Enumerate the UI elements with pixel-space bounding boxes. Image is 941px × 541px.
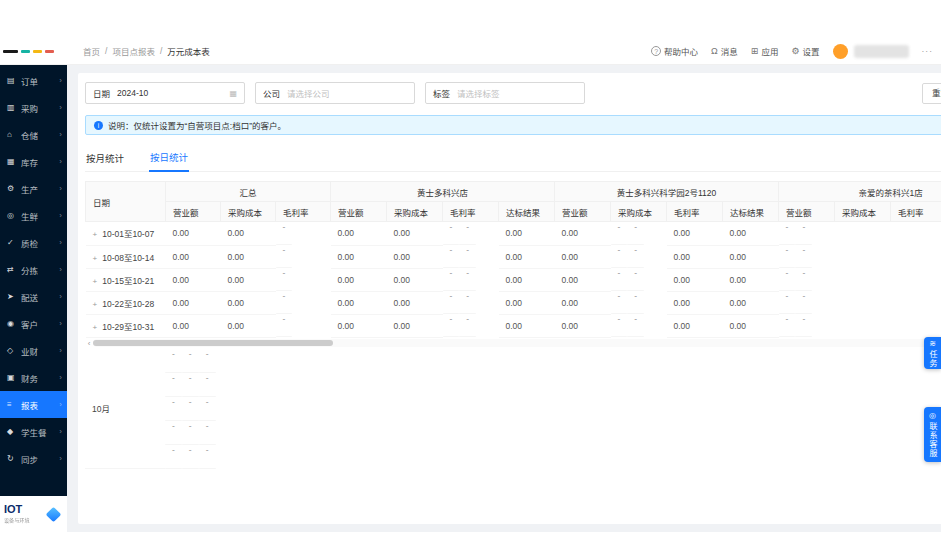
brand-dash-icon xyxy=(3,50,18,53)
expand-icon[interactable]: + xyxy=(93,277,98,286)
chevron-right-icon: › xyxy=(59,292,62,301)
company-select[interactable]: 公司 请选择公司 xyxy=(255,82,415,104)
date-cell: +10-22至10-28 xyxy=(86,291,166,314)
sidebar-item-label: 采购 xyxy=(21,102,55,114)
footer-value-cell: - xyxy=(165,349,182,373)
month-total-row: 10月--------------- xyxy=(85,349,941,469)
sidebar-item-label: 配送 xyxy=(21,291,55,303)
scroll-left-icon[interactable]: ‹ xyxy=(85,339,93,348)
value-cell: 0.00 xyxy=(387,314,443,337)
sidebar-logo: IOT 设备与环境 xyxy=(0,496,67,532)
value-cell: 0.00 xyxy=(221,314,276,337)
sidebar-item-4[interactable]: ▦ 库存 › xyxy=(0,148,67,175)
footer-value-cell: - xyxy=(199,445,216,469)
settings-link[interactable]: ⚙ 设置 xyxy=(791,45,819,57)
sidebar-item-14[interactable]: ◆ 学生餐 › xyxy=(0,418,67,445)
column-header: 营业额 xyxy=(331,202,387,222)
date-picker[interactable]: 日期 2024-10 ▦ xyxy=(85,82,245,104)
sidebar-item-6[interactable]: ◎ 生鲜 › xyxy=(0,202,67,229)
value-cell: - xyxy=(779,222,796,245)
value-cell: - xyxy=(459,245,476,268)
expand-icon[interactable]: + xyxy=(93,254,98,263)
sidebar-item-icon: ◎ xyxy=(7,211,17,220)
avatar[interactable] xyxy=(833,44,848,59)
value-cell: - xyxy=(795,291,812,314)
tag-label: 标签 xyxy=(433,87,450,99)
breadcrumb-home[interactable]: 首页 xyxy=(83,45,100,57)
sidebar-item-2[interactable]: ▥ 采购 › xyxy=(0,94,67,121)
expand-icon[interactable]: + xyxy=(93,300,98,309)
value-cell: - xyxy=(795,268,812,291)
date-range: 10-15至10-21 xyxy=(102,276,154,286)
filter-bar: 日期 2024-10 ▦ 公司 请选择公司 标签 请选择标签 xyxy=(85,82,941,104)
value-cell: 0.00 xyxy=(387,222,443,246)
expand-icon[interactable]: + xyxy=(93,230,98,239)
expand-icon[interactable]: + xyxy=(93,323,98,332)
value-cell: - xyxy=(627,268,644,291)
sidebar-item-1[interactable]: ▤ 订单 › xyxy=(0,67,67,94)
value-cell: 0.00 xyxy=(166,314,221,337)
apps-grid-icon: ⊞ xyxy=(751,46,759,56)
brand-strip xyxy=(0,50,67,53)
value-cell: - xyxy=(779,291,796,314)
value-cell: - xyxy=(611,268,628,291)
breadcrumb-parent[interactable]: 项目点报表 xyxy=(112,45,155,57)
sidebar-item-11[interactable]: ◇ 业财 › xyxy=(0,337,67,364)
value-cell: - xyxy=(443,314,460,337)
group-header-3: 黄士多科兴科学园2号1120 xyxy=(555,182,779,202)
date-value: 2024-10 xyxy=(117,88,222,98)
value-cell: 0.00 xyxy=(221,291,276,314)
value-cell: 0.00 xyxy=(723,222,779,246)
sidebar-item-label: 订单 xyxy=(21,75,55,87)
column-header: 采购成本 xyxy=(387,202,443,222)
tab-daily-stats[interactable]: 按日统计 xyxy=(149,146,189,172)
more-icon[interactable]: ··· xyxy=(922,46,934,56)
footer-value-cell: - xyxy=(182,397,199,421)
sidebar-item-9[interactable]: ➤ 配送 › xyxy=(0,283,67,310)
tasks-float-button[interactable]: ≋ 任务 xyxy=(924,337,941,369)
table-row: +10-29至10-310.000.00-0.000.00--0.000.00-… xyxy=(86,314,941,337)
apps-link[interactable]: ⊞ 应用 xyxy=(751,45,779,57)
sidebar-item-icon: ◇ xyxy=(7,346,17,355)
value-cell: 0.00 xyxy=(166,268,221,291)
topbar: 首页 / 项目点报表 / 万元成本表 ? 帮助中心 Ω 消息 ⊞ 应用 xyxy=(0,38,941,65)
tab-monthly-stats[interactable]: 按月统计 xyxy=(85,147,125,171)
sidebar-item-8[interactable]: ⇄ 分拣 › xyxy=(0,256,67,283)
chevron-right-icon: › xyxy=(59,157,62,166)
gear-icon: ⚙ xyxy=(791,46,799,56)
sidebar-item-icon: ▣ xyxy=(7,373,17,382)
value-cell: - xyxy=(627,245,644,268)
value-cell: 0.00 xyxy=(387,245,443,268)
column-header: 达标结果 xyxy=(499,202,555,222)
help-center-link[interactable]: ? 帮助中心 xyxy=(651,45,698,57)
group-header-4: 亲爱的茶科兴1店 xyxy=(779,182,941,202)
date-range: 10-29至10-31 xyxy=(102,322,154,332)
tag-select[interactable]: 标签 请选择标签 xyxy=(425,82,585,104)
sidebar-item-3[interactable]: ⌂ 仓储 › xyxy=(0,121,67,148)
sidebar-item-15[interactable]: ↻ 同步 › xyxy=(0,445,67,472)
sidebar-item-icon: ⚙ xyxy=(7,184,17,193)
sidebar-item-5[interactable]: ⚙ 生产 › xyxy=(0,175,67,202)
sidebar-item-label: 库存 xyxy=(21,156,55,168)
value-cell: 0.00 xyxy=(499,222,555,246)
sidebar-item-13[interactable]: ≡ 报表 › xyxy=(0,391,67,418)
scrollbar-track[interactable] xyxy=(93,339,941,347)
messages-link[interactable]: Ω 消息 xyxy=(711,45,738,57)
footer-value-cell: - xyxy=(165,445,182,469)
tasks-label: 任务 xyxy=(927,350,938,368)
logo-diamond-icon xyxy=(46,506,62,522)
sidebar-item-7[interactable]: ✓ 质检 › xyxy=(0,229,67,256)
horizontal-scrollbar[interactable]: ‹ › xyxy=(85,339,941,348)
column-header: 营业额 xyxy=(555,202,611,222)
sidebar-item-label: 分拣 xyxy=(21,264,55,276)
sidebar-item-12[interactable]: ▣ 财务 › xyxy=(0,364,67,391)
reset-button[interactable]: 重置 xyxy=(922,83,941,104)
scrollbar-thumb[interactable] xyxy=(93,340,333,346)
value-cell: 0.00 xyxy=(555,222,611,246)
value-cell: - xyxy=(276,222,293,245)
alert-text: 说明：仅统计设置为“自营项目点:档口”的客户。 xyxy=(108,119,286,131)
date-cell: +10-08至10-14 xyxy=(86,245,166,268)
sidebar-item-10[interactable]: ◉ 客户 › xyxy=(0,310,67,337)
contact-service-float-button[interactable]: ◎ 联系客服 xyxy=(924,407,941,462)
column-header: 营业额 xyxy=(166,202,221,222)
